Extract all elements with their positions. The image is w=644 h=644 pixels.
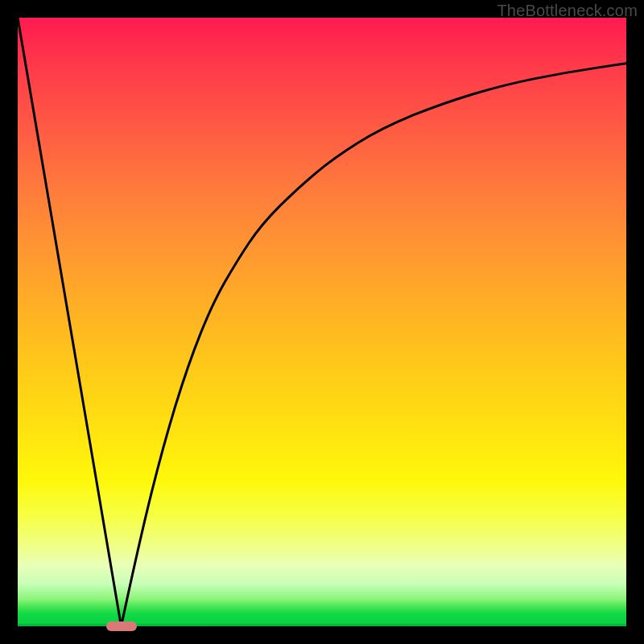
vertex-marker <box>106 621 137 631</box>
chart-curves <box>18 18 626 626</box>
left-branch-line <box>18 18 122 626</box>
watermark-text: TheBottleneck.com <box>497 2 638 20</box>
chart-frame: TheBottleneck.com <box>0 0 644 644</box>
right-branch-line <box>122 64 626 626</box>
